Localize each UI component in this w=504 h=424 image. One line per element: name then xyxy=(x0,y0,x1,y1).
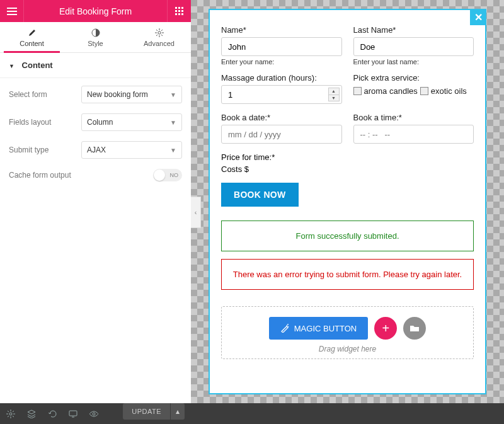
checkbox-exotic[interactable]: exotic oils xyxy=(420,86,467,96)
chevron-down-icon: ▼ xyxy=(170,91,176,98)
control-submit-type: Submit type AJAX ▼ xyxy=(0,136,191,164)
spin-up-icon: ▲ xyxy=(329,88,339,95)
toggle-knob xyxy=(154,169,165,181)
submit-type-label: Submit type xyxy=(9,146,81,154)
close-button[interactable]: ✕ xyxy=(470,9,486,25)
undo-icon xyxy=(48,410,57,418)
select-form-label: Select form xyxy=(9,90,81,99)
tab-style[interactable]: Style xyxy=(64,22,127,52)
preview-button[interactable] xyxy=(83,403,104,424)
time-input[interactable] xyxy=(353,125,474,144)
header-title: Edit Booking Form xyxy=(59,6,132,16)
svg-rect-4 xyxy=(178,10,180,12)
gear-icon xyxy=(6,410,15,418)
col-last: Last Name* Enter your last name: xyxy=(353,25,474,66)
hamburger-icon xyxy=(7,8,17,15)
submit-type-value: AJAX xyxy=(87,146,106,154)
tab-content[interactable]: Content xyxy=(0,22,64,52)
svg-rect-2 xyxy=(181,7,183,9)
fields-layout-value: Column xyxy=(87,118,113,127)
apps-button[interactable] xyxy=(167,0,191,22)
fields-layout-label: Fields layout xyxy=(9,118,81,127)
add-widget-button[interactable]: + xyxy=(374,317,397,340)
price-label: Price for time:* xyxy=(221,152,474,162)
menu-button[interactable] xyxy=(0,0,24,22)
extras-label: Pick extra service: xyxy=(353,73,474,83)
settings-button[interactable] xyxy=(0,403,21,424)
col-name: Name* Enter your name: xyxy=(221,25,342,66)
history-button[interactable] xyxy=(42,403,62,424)
booking-form: Name* Enter your name: Last Name* Enter … xyxy=(210,10,485,213)
update-button[interactable]: UPDATE xyxy=(123,403,170,420)
price-value: Costs $ xyxy=(221,164,474,174)
svg-rect-8 xyxy=(181,13,183,15)
contrast-icon xyxy=(91,28,100,37)
section-title: Content xyxy=(22,60,53,70)
svg-rect-1 xyxy=(178,7,180,9)
gear-icon xyxy=(155,28,164,37)
select-form-dropdown[interactable]: New booking form ▼ xyxy=(81,86,182,103)
duration-label: Massage duration (hours): xyxy=(221,73,342,83)
fields-layout-dropdown[interactable]: Column ▼ xyxy=(81,113,182,131)
aroma-label: aroma candles xyxy=(364,86,418,96)
col-time: Book a time:* xyxy=(353,113,474,144)
folder-icon xyxy=(410,324,420,333)
controls-panel: Select form New booking form ▼ Fields la… xyxy=(0,78,191,189)
svg-rect-6 xyxy=(175,13,177,15)
chevron-up-icon: ▴ xyxy=(176,407,180,416)
widget-dropzone[interactable]: MAGIC BUTTON + Drag widget here xyxy=(221,306,474,359)
tab-advanced[interactable]: Advanced xyxy=(127,22,191,52)
select-form-value: New booking form xyxy=(87,90,148,99)
bottom-bar: UPDATE ▴ xyxy=(0,403,504,424)
col-date: Book a date:* xyxy=(221,113,342,144)
sidebar-header: Edit Booking Form xyxy=(0,0,191,22)
svg-rect-12 xyxy=(69,411,77,416)
editor-tabs: Content Style Advanced xyxy=(0,22,191,53)
svg-point-11 xyxy=(9,413,12,415)
plus-icon: + xyxy=(382,321,389,336)
magic-label: MAGIC BUTTON xyxy=(294,324,357,333)
widget-preview: ✕ Name* Enter your name: Last Name* Ente… xyxy=(209,9,486,394)
tab-advanced-label: Advanced xyxy=(144,40,175,47)
message-success: Form successfully submited. xyxy=(221,221,474,251)
name-input[interactable] xyxy=(221,37,342,56)
cache-value: NO xyxy=(170,172,179,178)
editor-sidebar: Edit Booking Form Content Style Advanced… xyxy=(0,0,191,403)
svg-rect-7 xyxy=(178,13,180,15)
layers-icon xyxy=(27,410,36,418)
submit-type-dropdown[interactable]: AJAX ▼ xyxy=(81,141,182,159)
navigator-button[interactable] xyxy=(21,403,42,424)
chevron-down-icon: ▼ xyxy=(170,147,176,154)
message-error: There was an error trying to submit form… xyxy=(221,259,474,290)
cache-toggle[interactable]: NO xyxy=(153,169,182,181)
exotic-label: exotic oils xyxy=(431,86,467,96)
sidebar-collapse-handle[interactable]: ‹ xyxy=(191,197,201,228)
name-label: Name* xyxy=(221,25,342,35)
checkbox-aroma[interactable]: aroma candles xyxy=(353,86,418,96)
spin-down-icon: ▼ xyxy=(329,95,339,101)
svg-rect-3 xyxy=(175,10,177,12)
col-duration: Massage duration (hours): ▲▼ xyxy=(221,73,342,104)
update-menu-button[interactable]: ▴ xyxy=(171,403,185,420)
control-select-form: Select form New booking form ▼ xyxy=(0,81,191,108)
responsive-button[interactable] xyxy=(62,403,83,424)
duration-spinner[interactable]: ▲▼ xyxy=(328,88,340,101)
control-fields-layout: Fields layout Column ▼ xyxy=(0,108,191,136)
control-cache: Cache form output NO xyxy=(0,164,191,186)
time-label: Book a time:* xyxy=(353,113,474,122)
svg-rect-5 xyxy=(181,10,183,12)
date-input[interactable] xyxy=(221,125,342,144)
pencil-icon xyxy=(28,28,37,37)
last-hint: Enter your last name: xyxy=(353,58,474,66)
section-content-header[interactable]: Content xyxy=(0,53,191,78)
date-label: Book a date:* xyxy=(221,113,342,122)
folder-button[interactable] xyxy=(403,317,426,340)
last-label: Last Name* xyxy=(353,25,474,35)
chevron-left-icon: ‹ xyxy=(195,209,197,216)
book-now-button[interactable]: BOOK NOW xyxy=(221,183,299,207)
tab-style-label: Style xyxy=(88,40,103,47)
magic-button[interactable]: MAGIC BUTTON xyxy=(269,317,368,340)
last-input[interactable] xyxy=(353,37,474,56)
svg-rect-0 xyxy=(175,7,177,9)
duration-input[interactable] xyxy=(221,85,342,104)
